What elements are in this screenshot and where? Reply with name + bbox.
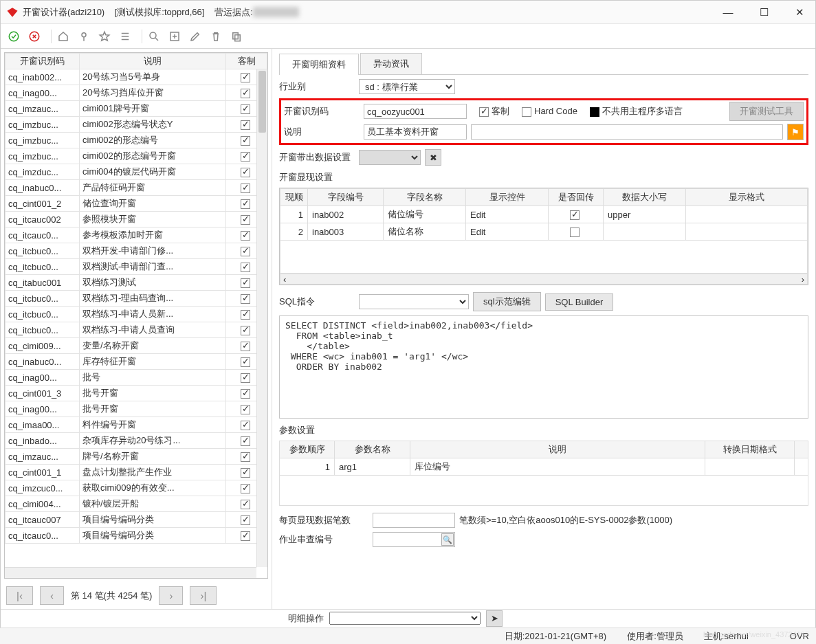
table-row[interactable]: cq_inab002...20号练习当5号单身	[5, 69, 267, 85]
sql-text[interactable]: SELECT DISTINCT <field>inab002,inab003</…	[279, 315, 808, 419]
params-grid[interactable]: 参数顺序 参数名称 说明 转换日期格式 1arg1库位编号	[279, 441, 808, 506]
test-button[interactable]: 开窗测试工具	[729, 102, 804, 121]
vertical-scrollbar[interactable]	[256, 69, 267, 567]
list-icon[interactable]	[116, 27, 134, 45]
sql-template-select[interactable]	[359, 294, 469, 309]
cust-check[interactable]	[241, 136, 250, 146]
table-row[interactable]: cq_imzbuc...cimi002的形态编号开窗	[5, 148, 267, 164]
table-row[interactable]: cq_imzduc...cimi004的镀层代码开窗	[5, 164, 267, 180]
table-row[interactable]: cq_cint001_2储位查询开窗	[5, 196, 267, 212]
detail-op-select[interactable]	[329, 612, 481, 625]
cust-check[interactable]	[241, 247, 250, 256]
cust-check[interactable]	[241, 326, 250, 335]
window-minimize[interactable]: —	[718, 6, 738, 18]
cust-check[interactable]	[241, 515, 250, 525]
sql-builder-button[interactable]: SQL Builder	[545, 293, 614, 311]
cust-check[interactable]	[241, 452, 250, 462]
cust-check[interactable]	[241, 168, 250, 177]
cust-check[interactable]	[241, 373, 250, 383]
cust-check[interactable]	[241, 421, 250, 430]
delete-icon[interactable]	[207, 27, 225, 45]
table-row[interactable]: cq_inabuc0...产品特征码开窗	[5, 180, 267, 196]
nolang-checkbox[interactable]	[590, 107, 599, 117]
cust-check[interactable]	[241, 152, 250, 162]
desc-input[interactable]	[364, 124, 467, 140]
table-row[interactable]: cq_imaa00...料件编号开窗	[5, 417, 267, 433]
run-icon[interactable]: ➤	[486, 610, 503, 627]
hardcode-checkbox[interactable]	[522, 107, 531, 117]
table-row[interactable]: cq_cimi009...变量/名称开窗	[5, 338, 267, 354]
sql-sample-button[interactable]: sql示范编辑	[473, 292, 541, 311]
cust-check[interactable]	[241, 199, 250, 209]
table-row[interactable]: cq_inag00...批号	[5, 370, 267, 386]
cust-check[interactable]	[241, 357, 250, 367]
table-row[interactable]: cq_imzauc...cimi001牌号开窗	[5, 101, 267, 117]
table-row[interactable]: cq_imzbuc...cimi002的形态编号	[5, 133, 267, 148]
id-input[interactable]	[364, 104, 467, 119]
desc-extra-input[interactable]	[471, 124, 783, 140]
cust-check[interactable]	[241, 215, 250, 225]
copy-icon[interactable]	[228, 27, 245, 45]
cust-check[interactable]	[241, 310, 250, 320]
search-icon[interactable]	[145, 27, 163, 45]
tool-icon[interactable]: ✖	[425, 149, 441, 166]
star-icon[interactable]	[96, 27, 113, 45]
cust-check[interactable]	[241, 531, 250, 541]
cust-check[interactable]	[241, 389, 250, 399]
cust-check[interactable]	[241, 263, 250, 272]
cust-check[interactable]	[241, 184, 250, 193]
table-row[interactable]: 1arg1库位编号	[280, 458, 808, 476]
cust-check[interactable]	[241, 405, 250, 414]
edit-icon[interactable]	[186, 27, 204, 45]
cust-check[interactable]	[241, 278, 250, 288]
tab-detail[interactable]: 开窗明细资料	[279, 54, 359, 75]
cust-checkbox[interactable]	[479, 107, 489, 117]
field-grid-hscroll[interactable]: ‹›	[280, 274, 808, 285]
table-row[interactable]: cq_inbado...杂项库存异动20号练习...	[5, 433, 267, 449]
pager-first[interactable]: |‹	[6, 586, 33, 605]
cust-check[interactable]	[241, 484, 250, 493]
table-row[interactable]: 1inab002储位编号Editupper	[280, 206, 808, 223]
cust-check[interactable]	[241, 294, 250, 304]
table-row[interactable]: cq_imzbuc...cimi002形态编号状态Y	[5, 117, 267, 133]
window-maximize[interactable]: ☐	[753, 6, 774, 19]
col-desc[interactable]: 说明	[80, 54, 226, 69]
col-cust[interactable]: 客制	[226, 54, 267, 69]
table-row[interactable]: cq_cint001_3批号开窗	[5, 386, 267, 401]
table-row[interactable]: cq_itcauc0...参考模板添加时开窗	[5, 227, 267, 243]
pager-next[interactable]: ›	[159, 586, 183, 605]
industry-select[interactable]: sd : 標準行業	[359, 79, 455, 94]
table-row[interactable]: cq_imzcuc0...获取cimi009的有效变...	[5, 480, 267, 496]
cust-check[interactable]	[241, 342, 250, 351]
table-row[interactable]: cq_itcbuc0...双档测试-申请部门查...	[5, 259, 267, 275]
pager-prev[interactable]: ‹	[40, 586, 64, 605]
table-row[interactable]: cq_itcbuc0...双档练习-申请人员查询	[5, 322, 267, 338]
paging-input[interactable]	[373, 513, 455, 528]
add-icon[interactable]	[166, 27, 184, 45]
table-row[interactable]: cq_imzauc...牌号/名称开窗	[5, 449, 267, 465]
table-row[interactable]: cq_cint001_1盘点计划整批产生作业	[5, 465, 267, 480]
window-close[interactable]: ✕	[789, 6, 810, 19]
horizontal-scrollbar[interactable]	[5, 567, 256, 578]
job-search-icon[interactable]: 🔍	[441, 533, 454, 546]
confirm-icon[interactable]	[5, 27, 23, 45]
table-row[interactable]: cq_inag00...20号练习挡库位开窗	[5, 85, 267, 101]
table-row[interactable]: cq_itabuc001双档练习测试	[5, 275, 267, 291]
table-row[interactable]: cq_cimi004...镀种/镀层开船	[5, 496, 267, 512]
flag-icon[interactable]: ⚑	[787, 124, 804, 140]
table-row[interactable]: cq_itcauc002参照模块开窗	[5, 212, 267, 227]
cust-check[interactable]	[241, 500, 250, 509]
pager-last[interactable]: ›|	[190, 586, 217, 605]
table-row[interactable]: cq_inabuc0...库存特征开窗	[5, 354, 267, 370]
pin-icon[interactable]	[75, 27, 93, 45]
cust-check[interactable]	[241, 436, 250, 446]
tab-changes[interactable]: 异动资讯	[360, 53, 422, 74]
export-cfg-select[interactable]	[359, 150, 421, 165]
cust-check[interactable]	[241, 89, 250, 98]
field-grid[interactable]: 现顺 字段编号 字段名称 显示控件 是否回传 数据大小写 显示格式 1inab0…	[280, 188, 808, 274]
table-row[interactable]: cq_itcauc0...项目编号编码分类	[5, 528, 267, 544]
table-row[interactable]: cq_itcbuc0...双档练习-申请人员新...	[5, 307, 267, 322]
listing-grid[interactable]: 开窗识别码 说明 客制 cq_inab002...20号练习当5号单身cq_in…	[5, 53, 267, 544]
table-row[interactable]: 2inab003储位名称Edit	[280, 223, 808, 241]
cust-check[interactable]	[241, 120, 250, 130]
